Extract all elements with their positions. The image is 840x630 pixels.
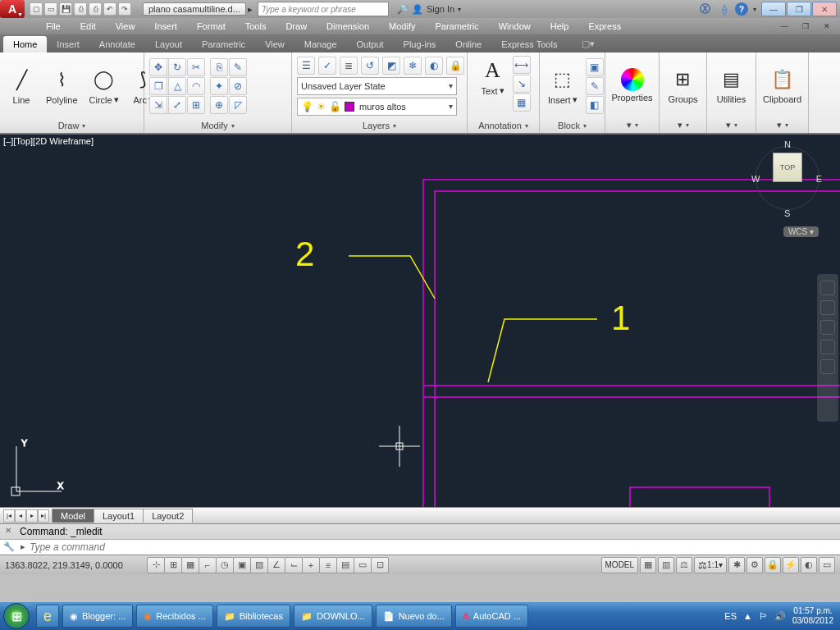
command-input[interactable]: Type a command bbox=[0, 539, 840, 555]
qat-redo-icon[interactable]: ↷ bbox=[118, 2, 131, 16]
doc-restore-icon[interactable]: ❐ bbox=[796, 21, 815, 32]
layer-current-combo[interactable]: 💡☀🔓 muros altos bbox=[297, 98, 457, 116]
erase-icon[interactable]: ✎ bbox=[229, 58, 247, 76]
exchange-icon[interactable]: Ⓧ bbox=[696, 2, 714, 16]
edit-block-icon[interactable]: ✎ bbox=[586, 77, 604, 95]
tab-layout[interactable]: Layout bbox=[145, 36, 192, 52]
sc-button[interactable]: ⊡ bbox=[371, 557, 389, 573]
otrack-button[interactable]: ∠ bbox=[267, 557, 285, 573]
move-icon[interactable]: ✥ bbox=[149, 58, 167, 76]
view-cube[interactable]: N E S W TOP bbox=[755, 141, 820, 223]
tab-view[interactable]: View bbox=[255, 36, 294, 52]
grid-disp-icon[interactable]: ▦ bbox=[640, 557, 656, 573]
fullnav-icon[interactable] bbox=[820, 281, 835, 295]
tab-next-icon[interactable]: ▸ bbox=[26, 509, 38, 523]
layer-match-icon[interactable]: ≣ bbox=[340, 57, 358, 75]
menu-insert[interactable]: Insert bbox=[144, 20, 187, 33]
polar-button[interactable]: ◷ bbox=[216, 557, 234, 573]
offset-icon[interactable]: ⎘ bbox=[210, 58, 228, 76]
layout1-tab[interactable]: Layout1 bbox=[94, 509, 144, 523]
tab-prev-icon[interactable]: ◂ bbox=[15, 509, 26, 523]
menu-dimension[interactable]: Dimension bbox=[317, 20, 379, 33]
showmotion-icon[interactable] bbox=[820, 359, 835, 374]
tray-action-icon[interactable]: 🏳 bbox=[759, 611, 768, 621]
signin-area[interactable]: 🔎 👤 Sign In ▾ bbox=[397, 4, 461, 15]
array-icon[interactable]: ⊞ bbox=[187, 96, 205, 114]
panel-layers-label[interactable]: Layers bbox=[292, 119, 467, 133]
osnap-button[interactable]: ▣ bbox=[233, 557, 251, 573]
clipboard-button[interactable]: 📋Clipboard bbox=[760, 65, 805, 106]
infocenter-search-input[interactable]: Type a keyword or phrase bbox=[258, 2, 389, 16]
lwt-button[interactable]: ≡ bbox=[319, 557, 337, 573]
groups-button[interactable]: ⊞Groups bbox=[664, 65, 701, 106]
attr-icon[interactable]: ◧ bbox=[586, 96, 604, 114]
help-icon[interactable]: ? bbox=[735, 2, 748, 16]
menu-parametric[interactable]: Parametric bbox=[425, 20, 488, 33]
tab-annotate[interactable]: Annotate bbox=[89, 36, 145, 52]
dim-icon[interactable]: ⟷ bbox=[513, 56, 531, 74]
clean-screen-icon[interactable]: ▭ bbox=[819, 557, 835, 573]
layout2-tab[interactable]: Layout2 bbox=[143, 509, 193, 523]
copy-icon[interactable]: ❐ bbox=[149, 77, 167, 95]
layer-lock-icon[interactable]: 🔒 bbox=[446, 57, 464, 75]
taskbar-ie[interactable]: e bbox=[36, 605, 59, 628]
qat-save-icon[interactable]: 💾 bbox=[59, 2, 72, 16]
isolate-icon[interactable]: ◐ bbox=[801, 557, 817, 573]
doc-minimize-icon[interactable]: — bbox=[774, 21, 794, 32]
doc-close-icon[interactable]: ✕ bbox=[817, 21, 837, 32]
model-space-button[interactable]: MODEL bbox=[601, 557, 639, 573]
ducs-button[interactable]: ⌙ bbox=[285, 557, 303, 573]
stretch-icon[interactable]: ⇲ bbox=[149, 96, 167, 114]
ann-vis-icon[interactable]: ✱ bbox=[728, 557, 745, 573]
panel-draw-label[interactable]: Draw bbox=[0, 119, 144, 133]
menu-format[interactable]: Format bbox=[187, 20, 235, 33]
tab-output[interactable]: Output bbox=[347, 36, 394, 52]
fillet-icon[interactable]: ◠ bbox=[187, 77, 205, 95]
tab-insert[interactable]: Insert bbox=[47, 36, 89, 52]
qat-saveas-icon[interactable]: ⎙ bbox=[74, 2, 87, 16]
tray-volume-icon[interactable]: 🔊 bbox=[774, 611, 786, 622]
grid-button[interactable]: ▦ bbox=[181, 557, 199, 573]
tab-first-icon[interactable]: |◂ bbox=[3, 509, 15, 523]
taskbar-firefox[interactable]: ◉Recibidos ... bbox=[136, 605, 213, 628]
panel-block-label[interactable]: Block bbox=[540, 119, 605, 133]
start-button[interactable]: ⊞ bbox=[0, 602, 33, 630]
hw-accel-icon[interactable]: ⚡ bbox=[783, 557, 799, 573]
taskbar-word[interactable]: 📄Nuevo do... bbox=[376, 605, 452, 628]
minimize-button[interactable]: — bbox=[761, 2, 786, 16]
ortho-button[interactable]: ⌐ bbox=[199, 557, 217, 573]
taskbar-chrome[interactable]: ◉Blogger: ... bbox=[62, 605, 133, 628]
utilities-button[interactable]: ▤Utilities bbox=[714, 65, 749, 106]
signin-dropdown-icon[interactable]: ▾ bbox=[458, 6, 461, 13]
clock[interactable]: 01:57 p.m.03/08/2012 bbox=[792, 606, 833, 626]
menu-file[interactable]: File bbox=[36, 20, 71, 33]
infer-button[interactable]: ⊹ bbox=[147, 557, 165, 573]
taskbar-explorer[interactable]: 📁Bibliotecas bbox=[217, 605, 290, 628]
join-icon[interactable]: ⊕ bbox=[210, 96, 228, 114]
layer-properties-icon[interactable]: ☰ bbox=[297, 57, 315, 75]
line-button[interactable]: ╱Line bbox=[5, 66, 38, 107]
layer-prev-icon[interactable]: ↺ bbox=[361, 57, 379, 75]
3dsnap-button[interactable]: ▨ bbox=[250, 557, 268, 573]
menu-tools[interactable]: Tools bbox=[235, 20, 276, 33]
orbit-icon[interactable] bbox=[820, 340, 835, 354]
taskbar-autocad[interactable]: AAutoCAD ... bbox=[455, 605, 528, 628]
layer-state-combo[interactable]: Unsaved Layer State bbox=[297, 77, 457, 95]
tab-last-icon[interactable]: ▸| bbox=[38, 509, 49, 523]
model-tab[interactable]: Model bbox=[52, 509, 94, 523]
tab-parametric[interactable]: Parametric bbox=[192, 36, 255, 52]
tab-home[interactable]: Home bbox=[3, 36, 47, 52]
help-dropdown-icon[interactable]: ▾ bbox=[753, 6, 756, 13]
layer-off-icon[interactable]: ◐ bbox=[425, 57, 443, 75]
snap-button[interactable]: ⊞ bbox=[164, 557, 182, 573]
ribbon-settings-icon[interactable]: ▢▾ bbox=[575, 35, 601, 52]
circle-button[interactable]: ◯Circle▾ bbox=[86, 65, 122, 107]
layer-make-icon[interactable]: ✓ bbox=[318, 57, 336, 75]
panel-clipboard-label[interactable]: ▾ bbox=[756, 118, 808, 133]
panel-modify-label[interactable]: Modify bbox=[144, 119, 291, 133]
close-button[interactable]: ✕ bbox=[812, 2, 837, 16]
qp-button[interactable]: ▭ bbox=[354, 557, 372, 573]
app-menu-button[interactable]: A bbox=[0, 0, 25, 18]
layer-iso-icon[interactable]: ◩ bbox=[382, 57, 400, 75]
qat-plot-icon[interactable]: ⎙ bbox=[89, 2, 102, 16]
